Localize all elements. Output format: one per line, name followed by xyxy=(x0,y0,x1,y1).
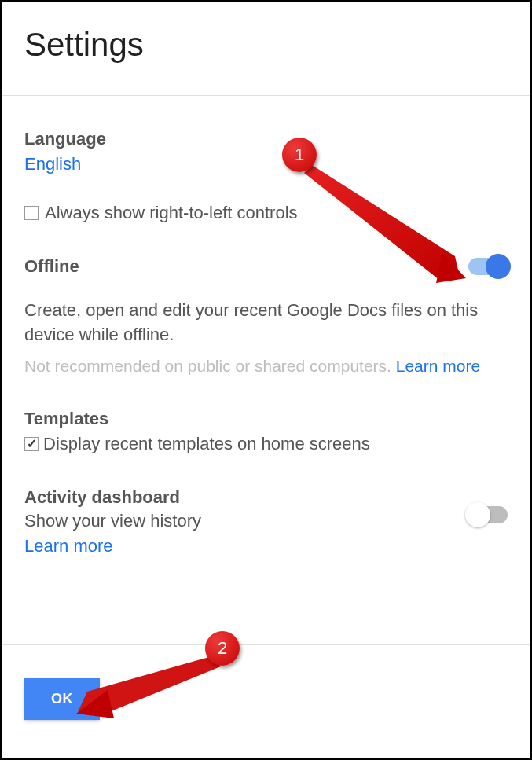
annotation-callout-1-label: 1 xyxy=(295,145,304,165)
rtl-checkbox[interactable] xyxy=(24,206,39,220)
offline-toggle[interactable] xyxy=(468,258,508,275)
offline-hint: Not recommended on public or shared comp… xyxy=(24,357,508,376)
offline-description: Create, open and edit your recent Google… xyxy=(24,299,508,347)
activity-left: Activity dashboard Show your view histor… xyxy=(24,487,201,556)
templates-title: Templates xyxy=(24,409,508,429)
offline-title: Offline xyxy=(24,256,79,277)
offline-learn-more-link[interactable]: Learn more xyxy=(396,357,480,375)
language-title: Language xyxy=(24,129,508,149)
settings-header: Settings xyxy=(2,2,530,95)
activity-learn-more-link[interactable]: Learn more xyxy=(24,536,113,556)
activity-title: Activity dashboard xyxy=(24,487,201,508)
activity-toggle[interactable] xyxy=(468,506,508,523)
rtl-checkbox-label: Always show right-to-left controls xyxy=(45,203,298,223)
annotation-callout-1: 1 xyxy=(282,138,317,172)
annotation-callout-2: 2 xyxy=(205,631,240,666)
annotation-callout-2-label: 2 xyxy=(218,638,227,659)
templates-checkbox-row[interactable]: Display recent templates on home screens xyxy=(24,434,508,454)
activity-description: Show your view history xyxy=(24,511,201,531)
templates-checkbox-label: Display recent templates on home screens xyxy=(43,434,370,454)
settings-footer: OK xyxy=(2,644,530,758)
templates-checkbox[interactable] xyxy=(24,437,39,451)
language-section: Language English Always show right-to-le… xyxy=(24,129,508,223)
rtl-checkbox-row[interactable]: Always show right-to-left controls xyxy=(24,203,508,223)
page-title: Settings xyxy=(24,26,508,64)
settings-content: Language English Always show right-to-le… xyxy=(2,96,530,580)
activity-section: Activity dashboard Show your view histor… xyxy=(24,487,508,556)
language-value-link[interactable]: English xyxy=(24,154,81,174)
templates-section: Templates Display recent templates on ho… xyxy=(24,409,508,454)
offline-section-header: Offline xyxy=(24,256,508,277)
ok-button[interactable]: OK xyxy=(24,678,100,720)
offline-hint-text: Not recommended on public or shared comp… xyxy=(24,357,391,375)
